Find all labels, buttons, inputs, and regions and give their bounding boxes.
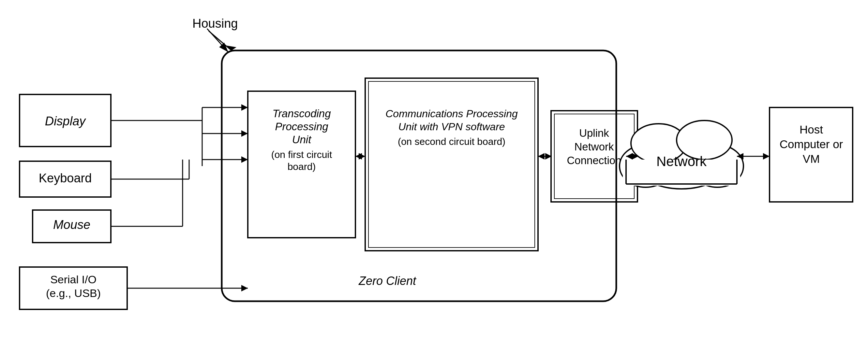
svg-text:Unit with VPN software: Unit with VPN software — [398, 121, 505, 133]
uplink-label: Uplink — [579, 127, 609, 139]
communications-label: Communications Processing — [385, 108, 518, 119]
svg-text:(on second circuit board): (on second circuit board) — [398, 136, 505, 147]
svg-text:(e.g., USB): (e.g., USB) — [46, 287, 101, 299]
display-label: Display — [45, 114, 86, 128]
diagram-container: Housing Zero Client Display Keyboard Mou… — [0, 0, 868, 353]
svg-text:Network: Network — [574, 141, 614, 153]
housing-label: Housing — [192, 16, 238, 30]
svg-text:Connection: Connection — [567, 154, 621, 167]
svg-text:Processing: Processing — [275, 120, 328, 133]
svg-text:(on first circuit: (on first circuit — [271, 149, 332, 160]
host-computer-label: Host — [800, 123, 823, 136]
svg-text:board): board) — [288, 161, 316, 172]
svg-text:Computer or: Computer or — [780, 138, 843, 150]
zero-client-label: Zero Client — [358, 274, 417, 287]
transcoding-label: Transcoding — [272, 107, 331, 119]
serial-io-label: Serial I/O — [50, 273, 96, 286]
mouse-label: Mouse — [53, 218, 90, 232]
network-label: Network — [656, 154, 707, 169]
svg-text:VM: VM — [803, 152, 820, 165]
keyboard-label: Keyboard — [39, 171, 92, 185]
svg-text:Unit: Unit — [292, 134, 312, 146]
